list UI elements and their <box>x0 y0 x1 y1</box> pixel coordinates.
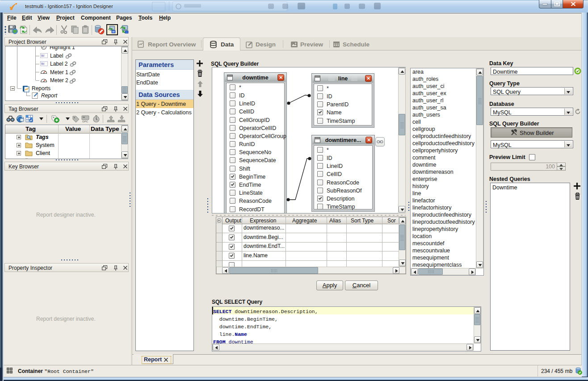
svg-text:OPC: OPC <box>82 120 88 123</box>
svg-text:lbl: lbl <box>41 54 44 57</box>
svg-text:lbl: lbl <box>41 62 44 65</box>
